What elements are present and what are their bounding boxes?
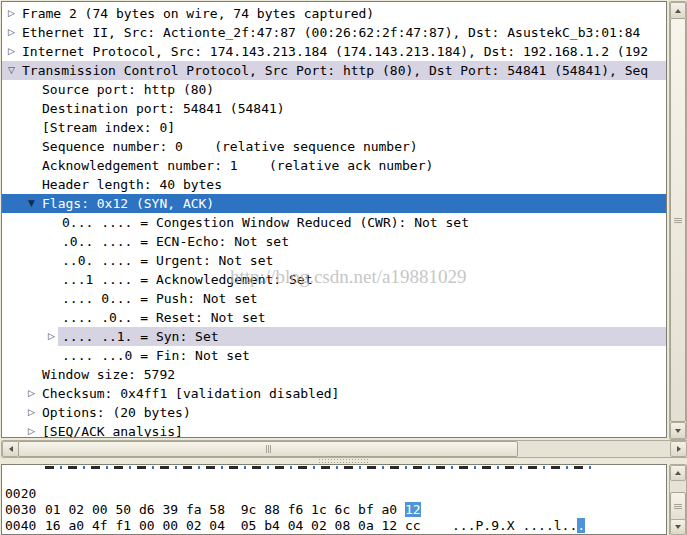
details-vscroll-thumb[interactable] (670, 18, 686, 422)
tree-row-source-port[interactable]: Source port: http (80) (2, 80, 666, 99)
expander-collapsed-icon[interactable]: ▷ (28, 384, 35, 403)
splitter-grip-icon (318, 458, 370, 464)
expander-collapsed-icon[interactable]: ▷ (8, 42, 15, 61)
tree-row-ack-number[interactable]: Acknowledgement number: 1 (relative ack … (2, 156, 666, 175)
scroll-right-button[interactable] (670, 441, 687, 457)
tree-row-tcp[interactable]: ▽Transmission Control Protocol, Src Port… (2, 61, 666, 80)
tree-row-label: Source port: http (80) (2, 80, 214, 99)
expander-collapsed-icon[interactable]: ▷ (48, 327, 55, 346)
thumb-grip-icon (674, 218, 682, 223)
pane-splitter[interactable] (1, 457, 686, 464)
scroll-left-button[interactable] (2, 441, 19, 457)
clipped-hex-row (45, 466, 595, 469)
expander-expanded-icon[interactable]: ▼ (28, 194, 35, 213)
tree-row-label: Acknowledgement number: 1 (relative ack … (2, 156, 433, 175)
arrow-up-icon (675, 471, 681, 475)
hex-bytes[interactable]: 16 a0 4f f1 00 00 02 04 05 b4 04 02 08 0… (45, 518, 421, 534)
scroll-up-button[interactable] (670, 465, 686, 481)
thumb-grip-icon (674, 504, 682, 509)
tree-row-window-size[interactable]: Window size: 5792 (2, 365, 666, 384)
expander-collapsed-icon[interactable]: ▷ (8, 23, 15, 42)
details-hscroll-thumb[interactable] (18, 441, 518, 457)
expander-collapsed-icon[interactable]: ▷ (8, 4, 15, 23)
scroll-up-button[interactable] (670, 2, 686, 19)
hex-ascii[interactable]: ...P.9.X ....l... (452, 518, 585, 534)
tree-row-label: 0... .... = Congestion Window Reduced (C… (2, 213, 469, 232)
tree-row-flag-ecn[interactable]: .0.. .... = ECN-Echo: Not set (2, 232, 666, 251)
tree-row-seq-ack-analysis[interactable]: ▷[SEQ/ACK analysis] (2, 422, 666, 438)
tree-row-destination-port[interactable]: Destination port: 54841 (54841) (2, 99, 666, 118)
tree-row-flag-fin[interactable]: .... ...0 = Fin: Not set (2, 346, 666, 365)
arrow-left-icon (9, 446, 13, 452)
tree-row-label: Frame 2 (74 bytes on wire, 74 bytes capt… (2, 4, 374, 23)
arrow-down-icon (675, 429, 681, 433)
highlighted-ascii[interactable]: . (577, 518, 585, 533)
tree-row-label: [Stream index: 0] (2, 118, 175, 137)
arrow-up-icon (675, 9, 681, 13)
tree-row-flag-urgent[interactable]: ..0. .... = Urgent: Not set (2, 251, 666, 270)
scroll-down-button[interactable] (670, 422, 686, 439)
tree-row-label: Window size: 5792 (2, 365, 175, 384)
tree-row-label: .... ..1. = Syn: Set (2, 327, 219, 346)
thumb-grip-icon (266, 445, 271, 453)
tree-row-sequence-number[interactable]: Sequence number: 0 (relative sequence nu… (2, 137, 666, 156)
hexdump-vscroll-thumb[interactable] (670, 492, 686, 521)
tree-row-stream-index[interactable]: [Stream index: 0] (2, 118, 666, 137)
expander-collapsed-icon[interactable]: ▷ (28, 403, 35, 422)
tree-row-label: Ethernet II, Src: Actionte_2f:47:87 (00:… (2, 23, 640, 42)
tree-row-label: .... 0... = Push: Not set (2, 289, 258, 308)
arrow-right-icon (677, 446, 681, 452)
tree-row-flag-ack[interactable]: ...1 .... = Acknowledgement: Set (2, 270, 666, 289)
tree-row-label: ..0. .... = Urgent: Not set (2, 251, 273, 270)
tree-row-label: Checksum: 0x4ff1 [validation disabled] (2, 384, 339, 403)
tree-row-flag-syn[interactable]: ▷.... ..1. = Syn: Set (2, 327, 666, 346)
hex-row[interactable]: 0030 16 a0 4f f1 00 00 02 04 05 b4 04 02… (2, 486, 666, 502)
wireshark-packet-detail-window: ▷Frame 2 (74 bytes on wire, 74 bytes cap… (0, 0, 687, 535)
details-horizontal-scrollbar (1, 440, 687, 458)
tree-row-flag-reset[interactable]: .... .0.. = Reset: Not set (2, 308, 666, 327)
tree-row-label: ...1 .... = Acknowledgement: Set (2, 270, 312, 289)
tree-row-label: Transmission Control Protocol, Src Port:… (2, 61, 648, 80)
arrow-down-icon (675, 525, 681, 529)
tree-row-options[interactable]: ▷Options: (20 bytes) (2, 403, 666, 422)
tree-row-label: Header length: 40 bytes (2, 175, 222, 194)
hex-row[interactable]: 0040 8c 71 00 0d 2b db 01 03 03 06 .q..+… (2, 502, 666, 518)
tree-row-flag-push[interactable]: .... 0... = Push: Not set (2, 289, 666, 308)
tree-row-frame[interactable]: ▷Frame 2 (74 bytes on wire, 74 bytes cap… (2, 4, 666, 23)
details-vertical-scrollbar (669, 1, 687, 440)
hex-row[interactable]: 0020 01 02 00 50 d6 39 fa 58 9c 88 f6 1c… (2, 470, 666, 486)
tree-row-label: Internet Protocol, Src: 174.143.213.184 … (2, 42, 648, 61)
tree-row-label: .... ...0 = Fin: Not set (2, 346, 250, 365)
hex-dump-pane: 0020 01 02 00 50 d6 39 fa 58 9c 88 f6 1c… (1, 464, 667, 535)
tree-row-ethernet[interactable]: ▷Ethernet II, Src: Actionte_2f:47:87 (00… (2, 23, 666, 42)
tree-row-checksum[interactable]: ▷Checksum: 0x4ff1 [validation disabled] (2, 384, 666, 403)
tree-row-label: Destination port: 54841 (54841) (2, 99, 285, 118)
tree-row-header-length[interactable]: Header length: 40 bytes (2, 175, 666, 194)
tree-row-flag-cwr[interactable]: 0... .... = Congestion Window Reduced (C… (2, 213, 666, 232)
hex-offset: 0040 (5, 518, 36, 534)
tree-row-flags-selected[interactable]: ▼Flags: 0x12 (SYN, ACK) (2, 194, 666, 213)
scroll-down-button[interactable] (670, 519, 686, 535)
packet-details-pane: ▷Frame 2 (74 bytes on wire, 74 bytes cap… (1, 1, 667, 438)
hexdump-vertical-scrollbar (669, 464, 687, 535)
tree-row-label: .0.. .... = ECN-Echo: Not set (2, 232, 289, 251)
tree-row-label: .... .0.. = Reset: Not set (2, 308, 266, 327)
expander-expanded-icon[interactable]: ▽ (8, 61, 15, 80)
expander-collapsed-icon[interactable]: ▷ (28, 422, 35, 438)
tree-row-ip[interactable]: ▷Internet Protocol, Src: 174.143.213.184… (2, 42, 666, 61)
tree-row-label: Sequence number: 0 (relative sequence nu… (2, 137, 418, 156)
